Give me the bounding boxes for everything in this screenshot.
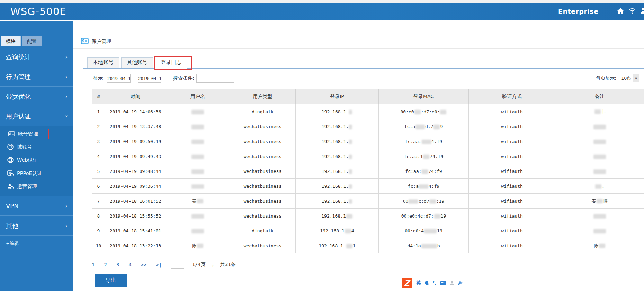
login-log-panel: 显示 – 搜索条件: 每页显示: 10条 ▼ #时间用户名用户类型登录IP登录M… (83, 68, 644, 289)
page-jump-input[interactable] (171, 261, 184, 269)
table-cell: wifiauth (469, 179, 555, 194)
filter-row: 显示 – 搜索条件: (93, 73, 234, 83)
per-page-select[interactable]: 10条 ▼ (619, 74, 639, 82)
column-header: 登录IP (296, 89, 379, 104)
redacted-text (349, 155, 352, 159)
id-card-icon (8, 130, 15, 137)
table-cell: 192.168.1. (296, 194, 379, 209)
redacted-text (593, 155, 606, 159)
keyboard-icon[interactable] (440, 281, 446, 285)
table-cell: 9 (92, 223, 105, 238)
table-cell: d4:1ab (379, 238, 469, 253)
operator-icon (7, 183, 14, 190)
login-log-table: #时间用户名用户类型登录IP登录MAC验证方式备注 12019-04-19 14… (92, 89, 644, 253)
sidebar-item-label: 账号管理 (18, 131, 38, 137)
redacted-text (346, 214, 352, 219)
person-icon[interactable] (450, 281, 454, 285)
redacted-text (433, 125, 440, 129)
table-cell (166, 179, 230, 194)
sidebar-item-account-mgmt[interactable]: 账号管理 (0, 127, 73, 140)
table-cell: wifiauth (469, 104, 555, 119)
sidebar-item-query-stats[interactable]: 查询统计› (0, 47, 73, 67)
sidebar-item-other[interactable]: 其他› (0, 215, 73, 235)
table-cell: 2019-04-18 15:55:52 (105, 209, 166, 223)
moon-icon[interactable] (424, 281, 429, 285)
sidebar-edit-link[interactable]: +编辑 (0, 235, 73, 251)
app-header: WSG-500E Enterprise (0, 3, 644, 20)
breadcrumb-label: 账户管理 (92, 38, 111, 45)
date-to-input[interactable] (138, 74, 161, 83)
search-input[interactable] (196, 74, 234, 83)
table-cell: wifiauth (469, 149, 555, 164)
table-cell: 192.168.1 (296, 209, 379, 223)
ime-mode-button[interactable]: 英 (416, 280, 421, 286)
table-cell: 2019-04-19 14:06:36 (105, 104, 166, 119)
wifi-icon[interactable] (628, 8, 636, 14)
column-header: 用户类型 (230, 89, 296, 104)
redacted-text (349, 110, 352, 114)
column-header: 验证方式 (469, 89, 555, 104)
ime-bar: Z 英 ’, (402, 278, 466, 288)
punctuation-icon[interactable]: ’, (433, 280, 437, 286)
sidebar-item-bandwidth-opt[interactable]: 带宽优化› (0, 86, 73, 106)
tab-本地账号[interactable]: 本地账号 (87, 57, 119, 68)
page-last-link[interactable]: >| (156, 262, 162, 267)
sogou-logo[interactable]: Z (402, 278, 412, 288)
column-header: 时间 (105, 89, 166, 104)
wrench-icon[interactable] (458, 281, 463, 285)
table-cell (555, 209, 644, 223)
page-link-3[interactable]: 3 (116, 262, 119, 267)
sidebar-item-domain-account[interactable]: 域账号 (0, 140, 73, 153)
date-from-input[interactable] (107, 74, 131, 83)
redacted-text (424, 229, 437, 233)
redacted-text (599, 244, 605, 248)
tab-登录日志[interactable]: 登录日志 (155, 56, 187, 69)
export-button[interactable]: 导出 (95, 274, 127, 287)
tab-其他账号[interactable]: 其他账号 (121, 57, 153, 68)
per-page-value: 10条 (619, 74, 633, 82)
redacted-text (349, 199, 352, 204)
table-cell: fc:aa:174:f9 (379, 149, 469, 164)
home-icon[interactable] (617, 8, 624, 14)
sidebar-item-pppoe-auth[interactable]: PPPoE认证 (0, 167, 73, 180)
redacted-text (346, 244, 352, 248)
sidebar-item-operation-mgmt[interactable]: 运营管理 (0, 180, 73, 193)
sidebar-item-label: VPN (6, 202, 19, 210)
table-cell (166, 119, 230, 134)
table-cell: , (555, 179, 644, 194)
redacted-text (349, 184, 352, 189)
table-cell: wechatbusiness (230, 179, 296, 194)
table-cell: 姜博 (555, 194, 644, 209)
sidebar-item-behavior-mgmt[interactable]: 行为管理› (0, 67, 73, 86)
table-cell (555, 223, 644, 238)
sidebar-item-vpn[interactable]: VPN› (0, 196, 73, 215)
page-link-2[interactable]: 2 (104, 262, 107, 267)
table-cell (555, 119, 644, 134)
table-cell: 5 (92, 164, 105, 179)
table-cell: 6 (92, 179, 105, 194)
sidebar-item-user-auth[interactable]: 用户认证› (0, 106, 73, 126)
page-info: 1/4页 (192, 262, 205, 268)
sidebar-item-label: 行为管理 (6, 73, 31, 80)
sidebar-tab-module[interactable]: 模块 (1, 36, 21, 46)
table-cell: wechatbusiness (230, 209, 296, 223)
redacted-text (593, 140, 606, 144)
page-link-4[interactable]: 4 (128, 262, 131, 267)
chevron-right-icon: › (65, 87, 68, 106)
table-cell: 姜 (166, 194, 230, 209)
sidebar-item-web-auth[interactable]: Web认证 (0, 153, 73, 167)
table-cell: 2019-04-18 13:22:13 (105, 238, 166, 253)
page-next-link[interactable]: >> (141, 262, 147, 267)
table-row: 92019-04-18 15:41:01dingtalk192.168.1400… (92, 223, 644, 238)
search-label: 搜索条件: (173, 75, 194, 81)
sidebar-submenu: 账号管理域账号Web认证PPPoE认证运营管理 (0, 126, 73, 196)
table-cell: wifiauth (469, 119, 555, 134)
per-page-label: 每页显示: (596, 75, 616, 81)
sidebar-item-label: 用户认证 (6, 113, 31, 120)
user-icon[interactable] (641, 7, 644, 14)
redacted-text (191, 125, 204, 129)
id-card-icon (81, 38, 89, 45)
sidebar-tab-config[interactable]: 配置 (22, 36, 42, 46)
globe-icon (7, 157, 14, 164)
chevron-down-icon[interactable]: ▼ (633, 74, 639, 82)
